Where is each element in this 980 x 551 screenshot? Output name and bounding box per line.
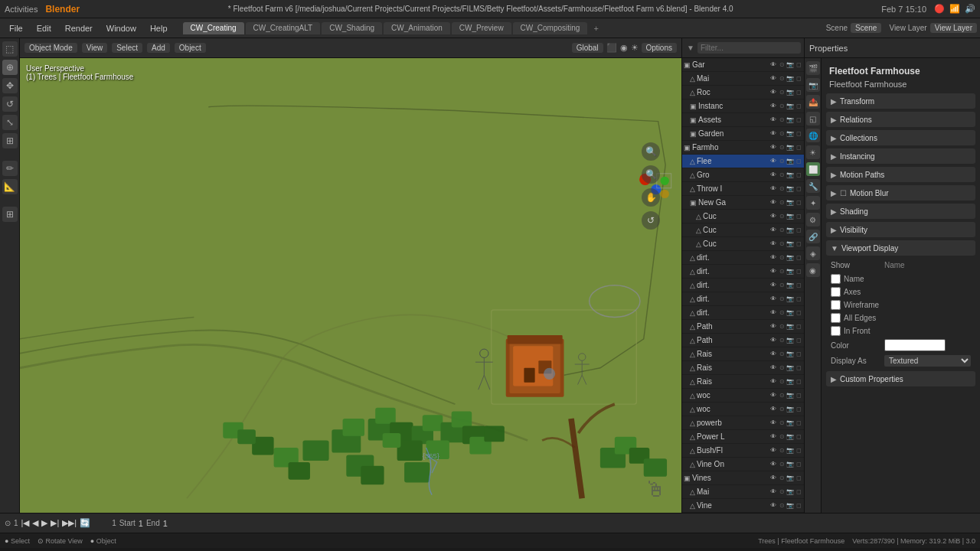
vis-render[interactable]: 📷: [786, 89, 794, 96]
vis-hide[interactable]: ◻: [795, 392, 802, 399]
outliner-item-26[interactable]: △ powerb 👁 ⊙ 📷 ◻: [682, 416, 804, 430]
vis-render[interactable]: 📷: [786, 268, 794, 275]
outliner-item-27[interactable]: △ Power L 👁 ⊙ 📷 ◻: [682, 430, 804, 444]
viewport-shading-rendered[interactable]: ☀: [631, 43, 639, 53]
vis-cursor[interactable]: ⊙: [778, 75, 786, 82]
vis-hide[interactable]: ◻: [795, 144, 802, 151]
display-as-select[interactable]: Textured: [884, 355, 971, 367]
outliner-item-2[interactable]: △ Roc 👁 ⊙ 📷 ◻: [682, 86, 804, 99]
vis-hide[interactable]: ◻: [795, 406, 802, 412]
tab-cw-creating-alt[interactable]: CW_CreatingALT: [246, 22, 321, 34]
vis-hide[interactable]: ◻: [795, 89, 802, 96]
playback-label[interactable]: 1: [14, 519, 18, 527]
object-menu[interactable]: Object: [175, 43, 206, 53]
prop-icon-modifier[interactable]: 🔧: [806, 179, 820, 193]
viewport-canvas[interactable]: {365} User Perspective (1) Trees | Fleet…: [20, 58, 681, 513]
nav-pan[interactable]: ✋: [642, 188, 660, 207]
vis-render[interactable]: 📷: [786, 61, 794, 68]
menu-file[interactable]: File: [3, 22, 29, 34]
viewport-shading-solid[interactable]: ⬛: [606, 43, 617, 53]
vis-render[interactable]: 📷: [786, 364, 794, 371]
vis-eye[interactable]: 👁: [769, 378, 777, 385]
vis-cursor[interactable]: ⊙: [778, 309, 786, 316]
vis-cursor[interactable]: ⊙: [778, 392, 786, 399]
outliner-item-19[interactable]: △ Path 👁 ⊙ 📷 ◻: [682, 320, 804, 334]
vis-eye[interactable]: 👁: [769, 130, 777, 137]
motion-paths-header[interactable]: ▶ Motion Paths: [826, 167, 975, 182]
prop-icon-view-layer[interactable]: ◱: [806, 112, 820, 126]
tool-add[interactable]: ⊞: [2, 207, 18, 222]
vis-eye[interactable]: 👁: [769, 268, 777, 275]
vis-eye[interactable]: 👁: [769, 75, 777, 82]
vis-render[interactable]: 📷: [786, 447, 794, 454]
vis-render[interactable]: 📷: [786, 309, 794, 316]
outliner-item-13[interactable]: △ Cuc 👁 ⊙ 📷 ◻: [682, 237, 804, 251]
motion-blur-checkbox[interactable]: ☐: [840, 189, 847, 197]
vis-eye[interactable]: 👁: [769, 461, 777, 468]
outliner-item-20[interactable]: △ Path 👁 ⊙ 📷 ◻: [682, 334, 804, 347]
outliner-item-25[interactable]: △ woc 👁 ⊙ 📷 ◻: [682, 403, 804, 416]
outliner-item-22[interactable]: △ Rais 👁 ⊙ 📷 ◻: [682, 361, 804, 375]
vis-eye[interactable]: 👁: [769, 61, 777, 68]
vis-hide[interactable]: ◻: [795, 158, 802, 165]
loop-btn[interactable]: 🔄: [80, 518, 90, 528]
color-swatch[interactable]: [884, 339, 946, 351]
viewport[interactable]: Object Mode View Select Add Object Globa…: [20, 38, 681, 513]
outliner-item-31[interactable]: △ Mai 👁 ⊙ 📷 ◻: [682, 485, 804, 499]
vis-hide[interactable]: ◻: [795, 268, 802, 275]
vis-eye[interactable]: 👁: [769, 240, 777, 247]
vis-hide[interactable]: ◻: [795, 295, 802, 302]
prop-icon-output[interactable]: 📤: [806, 95, 820, 109]
vis-eye[interactable]: 👁: [769, 103, 777, 109]
vis-eye[interactable]: 👁: [769, 254, 777, 261]
vis-cursor[interactable]: ⊙: [778, 433, 786, 440]
tool-measure[interactable]: 📐: [2, 179, 18, 194]
vis-hide[interactable]: ◻: [795, 116, 802, 123]
vis-render[interactable]: 📷: [786, 75, 794, 82]
outliner-item-28[interactable]: △ Bush/Fl 👁 ⊙ 📷 ◻: [682, 444, 804, 458]
vis-cursor[interactable]: ⊙: [778, 144, 786, 151]
end-frame-input[interactable]: 1: [163, 519, 168, 528]
vis-hide[interactable]: ◻: [795, 378, 802, 385]
vis-render[interactable]: 📷: [786, 488, 794, 495]
vis-render[interactable]: 📷: [786, 240, 794, 247]
vis-render[interactable]: 📷: [786, 419, 794, 426]
vis-hide[interactable]: ◻: [795, 171, 802, 178]
jump-end-btn[interactable]: ▶▶|: [62, 518, 77, 528]
vis-eye[interactable]: 👁: [769, 392, 777, 399]
vis-render[interactable]: 📷: [786, 213, 794, 220]
outliner-item-24[interactable]: △ woc 👁 ⊙ 📷 ◻: [682, 389, 804, 403]
viewport-shading-material[interactable]: ◉: [620, 43, 628, 53]
vis-eye[interactable]: 👁: [769, 116, 777, 123]
vis-eye[interactable]: 👁: [769, 350, 777, 357]
vis-eye[interactable]: 👁: [769, 447, 777, 454]
tab-add[interactable]: +: [589, 22, 603, 34]
vis-cursor[interactable]: ⊙: [778, 282, 786, 289]
vis-cursor[interactable]: ⊙: [778, 171, 786, 178]
engine-select[interactable]: ⊙: [5, 519, 11, 527]
vis-render[interactable]: 📷: [786, 282, 794, 289]
outliner-item-23[interactable]: △ Rais 👁 ⊙ 📷 ◻: [682, 375, 804, 389]
vis-hide[interactable]: ◻: [795, 227, 802, 233]
vis-cursor[interactable]: ⊙: [778, 295, 786, 302]
visibility-header[interactable]: ▶ Visibility: [826, 222, 975, 237]
instancing-header[interactable]: ▶ Instancing: [826, 148, 975, 164]
vis-render[interactable]: 📷: [786, 130, 794, 137]
vis-render[interactable]: 📷: [786, 254, 794, 261]
vis-render[interactable]: 📷: [786, 337, 794, 344]
play-btn[interactable]: ▶: [41, 518, 47, 528]
next-frame-btn[interactable]: ▶|: [51, 518, 59, 528]
vis-render[interactable]: 📷: [786, 295, 794, 302]
vis-eye[interactable]: 👁: [769, 488, 777, 495]
shading-header[interactable]: ▶ Shading: [826, 204, 975, 219]
vis-cursor[interactable]: ⊙: [778, 350, 786, 357]
vis-eye[interactable]: 👁: [769, 433, 777, 440]
vis-hide[interactable]: ◻: [795, 185, 802, 192]
vis-cursor[interactable]: ⊙: [778, 323, 786, 330]
vis-hide[interactable]: ◻: [795, 419, 802, 426]
outliner-item-10[interactable]: ▣ New Ga 👁 ⊙ 📷 ◻: [682, 196, 804, 210]
prop-icon-constraints[interactable]: 🔗: [806, 230, 820, 243]
tab-cw-compositing[interactable]: CW_Compositing: [513, 22, 588, 34]
vis-cursor[interactable]: ⊙: [778, 488, 786, 495]
tab-cw-preview[interactable]: CW_Preview: [452, 22, 511, 34]
